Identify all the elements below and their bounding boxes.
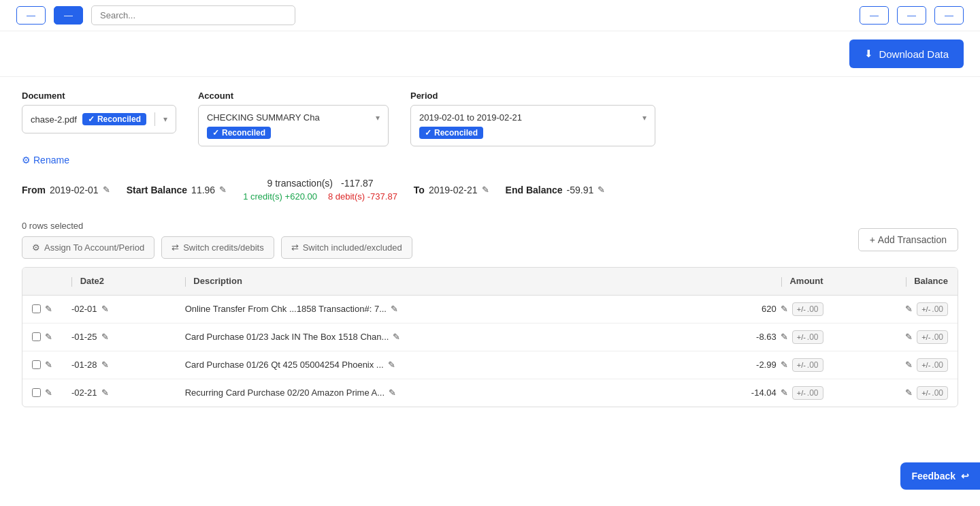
row-checkbox-3[interactable] <box>32 388 41 397</box>
account-filter-box[interactable]: CHECKING SUMMARY Cha ▾ ✓ Reconciled <box>198 105 389 146</box>
row-description-cell-1: Card Purchase 01/23 Jack IN The Box 1518… <box>176 323 649 351</box>
debits-label: 8 debit(s) -737.87 <box>328 191 397 202</box>
from-stat: From 2019-02-01 ✎ <box>22 185 110 195</box>
download-data-button[interactable]: ⬇ Download Data <box>849 39 964 68</box>
nav-bar: — — — — — <box>0 0 980 31</box>
stats-row: From 2019-02-01 ✎ Start Balance 11.96 ✎ … <box>22 178 958 202</box>
row-balance-adjust-val-1: .00 <box>932 332 943 342</box>
from-label: From <box>22 185 46 195</box>
assign-gear-icon: ⚙ <box>32 242 40 253</box>
nav-btn-1[interactable]: — <box>16 6 46 25</box>
switch-included-excluded-button[interactable]: ⇄ Switch included/excluded <box>281 236 412 259</box>
row-date2-edit-icon-0[interactable]: ✎ <box>45 304 52 314</box>
row-amount-edit-icon-2[interactable]: ✎ <box>781 360 788 370</box>
row-checkbox-cell-0: ✎ <box>22 295 62 323</box>
row-date-cell-3: -02-21 ✎ <box>62 379 176 407</box>
row-balance-adjust-btn-3[interactable]: +/- .00 <box>917 386 948 400</box>
net-amount: -117.87 <box>341 178 373 189</box>
to-label: To <box>414 185 425 195</box>
col-date2: Date2 <box>62 268 176 295</box>
row-amount-edit-icon-1[interactable]: ✎ <box>781 332 788 342</box>
filter-row: Document chase-2.pdf ✓ Reconciled ▾ Acco… <box>22 91 958 146</box>
row-balance-cell-2: ✎ +/- .00 <box>833 351 958 379</box>
row-date-3: -02-21 <box>71 388 97 398</box>
row-balance-adjust-btn-1[interactable]: +/- .00 <box>917 330 948 344</box>
row-date-cell-0: -02-01 ✎ <box>62 295 176 323</box>
col-description: Description <box>176 268 649 295</box>
row-balance-adjust-btn-2[interactable]: +/- .00 <box>917 358 948 372</box>
row-description-cell-3: Recurring Card Purchase 02/20 Amazon Pri… <box>176 379 649 407</box>
row-date-cell-2: -01-28 ✎ <box>62 351 176 379</box>
document-chevron-icon[interactable]: ▾ <box>163 114 167 124</box>
row-description-cell-2: Card Purchase 01/26 Qt 425 05004254 Phoe… <box>176 351 649 379</box>
switch-credits-debits-button[interactable]: ⇄ Switch credits/debits <box>161 236 274 259</box>
download-label: Download Data <box>879 48 949 60</box>
table-row: ✎ -02-21 ✎ Recurring Card Purchase 02/20… <box>22 379 958 407</box>
row-balance-edit-icon-2[interactable]: ✎ <box>905 360 913 370</box>
from-date-edit-icon[interactable]: ✎ <box>103 185 110 195</box>
row-adjust-btn-2[interactable]: +/- .00 <box>792 358 823 372</box>
row-date-0: -02-01 <box>71 304 97 314</box>
rename-link[interactable]: ⚙ Rename <box>22 155 69 165</box>
nav-btn-5[interactable]: — <box>934 6 964 25</box>
row-amount-edit-icon-0[interactable]: ✎ <box>781 304 788 314</box>
start-balance-edit-icon[interactable]: ✎ <box>219 185 227 195</box>
account-label: Account <box>198 91 233 101</box>
row-date-edit-icon-2[interactable]: ✎ <box>101 360 109 370</box>
assign-account-period-button[interactable]: ⚙ Assign To Account/Period <box>22 236 154 259</box>
rows-selected-label: 0 rows selected <box>22 221 412 231</box>
row-date2-edit-icon-3[interactable]: ✎ <box>45 388 52 398</box>
period-filter-box[interactable]: 2019-02-01 to 2019-02-21 ▾ ✓ Reconciled <box>410 105 655 146</box>
row-balance-adjust-val-0: .00 <box>932 304 943 314</box>
row-amount-2: -2.99 <box>756 360 777 370</box>
row-balance-edit-icon-0[interactable]: ✎ <box>905 304 913 314</box>
row-balance-edit-icon-1[interactable]: ✎ <box>905 332 913 342</box>
row-checkbox-2[interactable] <box>32 360 41 369</box>
row-balance-adjust-btn-0[interactable]: +/- .00 <box>917 302 948 316</box>
to-date: 2019-02-21 <box>429 185 478 195</box>
doc-divider <box>154 112 155 126</box>
row-description-0: Online Transfer From Chk ...1858 Transac… <box>185 304 387 314</box>
nav-btn-2[interactable]: — <box>54 6 83 25</box>
row-date-edit-icon-3[interactable]: ✎ <box>101 388 109 398</box>
switch-included-icon: ⇄ <box>291 242 299 253</box>
nav-btn-4[interactable]: — <box>897 6 926 25</box>
switch-credits-icon: ⇄ <box>172 242 179 253</box>
row-description-1: Card Purchase 01/23 Jack IN The Box 1518… <box>185 332 389 342</box>
search-input[interactable] <box>91 5 295 25</box>
row-amount-edit-icon-3[interactable]: ✎ <box>781 388 788 398</box>
row-date2-edit-icon-1[interactable]: ✎ <box>45 332 52 342</box>
nav-btn-3[interactable]: — <box>860 6 889 25</box>
row-desc-edit-icon-0[interactable]: ✎ <box>391 304 398 314</box>
account-chevron-icon[interactable]: ▾ <box>376 113 380 123</box>
row-desc-edit-icon-3[interactable]: ✎ <box>389 388 396 398</box>
row-balance-edit-icon-3[interactable]: ✎ <box>905 388 913 398</box>
row-checkbox-1[interactable] <box>32 332 41 341</box>
period-check-icon: ✓ <box>425 128 431 138</box>
row-date-edit-icon-0[interactable]: ✎ <box>101 304 109 314</box>
row-desc-edit-icon-2[interactable]: ✎ <box>388 360 395 370</box>
document-filter-box[interactable]: chase-2.pdf ✓ Reconciled ▾ <box>22 105 176 133</box>
end-balance-label: End Balance <box>506 185 563 195</box>
row-amount-cell-2: -2.99 ✎ +/- .00 <box>649 351 833 379</box>
row-balance-adjust-val-2: .00 <box>932 360 943 370</box>
main-content: Document chase-2.pdf ✓ Reconciled ▾ Acco… <box>0 77 980 421</box>
row-checkbox-0[interactable] <box>32 304 41 313</box>
row-date2-edit-icon-2[interactable]: ✎ <box>45 360 52 370</box>
add-transaction-button[interactable]: + Add Transaction <box>858 228 958 251</box>
row-adjust-btn-3[interactable]: +/- .00 <box>792 386 823 400</box>
table-row: ✎ -01-25 ✎ Card Purchase 01/23 Jack IN T… <box>22 323 958 351</box>
row-adjust-btn-0[interactable]: +/- .00 <box>792 302 823 316</box>
period-range-row: 2019-02-01 to 2019-02-21 ▾ <box>419 112 647 123</box>
balance-adjust-icon-1: +/- <box>921 333 930 341</box>
period-chevron-icon[interactable]: ▾ <box>642 113 647 123</box>
document-filename: chase-2.pdf <box>31 114 77 125</box>
end-balance-edit-icon[interactable]: ✎ <box>598 185 605 195</box>
row-date-edit-icon-1[interactable]: ✎ <box>101 332 109 342</box>
account-title-row: CHECKING SUMMARY Cha ▾ <box>207 112 380 123</box>
start-balance-stat: Start Balance 11.96 ✎ <box>127 185 227 195</box>
row-adjust-btn-1[interactable]: +/- .00 <box>792 330 823 344</box>
to-date-edit-icon[interactable]: ✎ <box>482 185 489 195</box>
col-balance: Balance <box>833 268 958 295</box>
row-desc-edit-icon-1[interactable]: ✎ <box>393 332 400 342</box>
